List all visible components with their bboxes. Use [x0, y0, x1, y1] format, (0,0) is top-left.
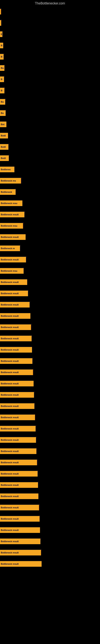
bar-label: Bottleneck result: [1, 258, 19, 261]
bar-item: Bottleneck result: [0, 448, 36, 454]
bar-label: Bottleneck result: [1, 326, 19, 328]
bar-label: Bot: [1, 123, 4, 126]
bar-item: Bottleneck result: [0, 516, 40, 522]
bar-row: Bottleneck result: [0, 322, 100, 333]
bar-label: Bottleneck result: [1, 552, 19, 554]
bar-row: Bottleneck resu: [0, 198, 100, 209]
bar-label: B: [1, 78, 2, 80]
bar-row: Bottleneck result: [0, 524, 100, 536]
bar-row: Bottleneck result: [0, 276, 100, 288]
bar-row: [0, 17, 100, 28]
bar-label: Bottleneck resu: [1, 270, 17, 272]
bar-row: Bottl: [0, 152, 100, 164]
bar-label: Bo: [1, 112, 4, 114]
bar-item: [0, 20, 1, 26]
bar-item: Bottleneck result: [0, 336, 32, 341]
bar-label: Bottleneck result: [1, 461, 19, 464]
bar-label: Bottleneck result: [1, 236, 19, 238]
bar-row: [0, 6, 100, 17]
bar-item: Bottleneck result: [0, 403, 34, 409]
bar-item: Bottleneck resu: [0, 223, 23, 228]
bar-label: Bottl: [1, 146, 6, 148]
bar-item: Bottleneck result: [0, 414, 35, 420]
bar-row: Bottleneck result: [0, 536, 100, 547]
bar-label: Bottleneck: [1, 191, 12, 193]
bar-row: Bottleneck result: [0, 457, 100, 468]
bar-label: Bottleneck result: [1, 506, 19, 509]
bar-item: Bo: [0, 110, 6, 116]
bar-row: Bottleneck result: [0, 513, 100, 524]
bar-row: Bottleneck result: [0, 356, 100, 367]
bar-item: Bottleneck result: [0, 347, 32, 352]
bar-row: Bottleneck result: [0, 299, 100, 310]
bar-row: Bottleneck result: [0, 378, 100, 389]
bar-row: Bottleneck: [0, 186, 100, 198]
bar-row: Bottleneck result: [0, 400, 100, 412]
bar-label: Bottleneck result: [1, 292, 19, 295]
bar-label: Bottleneck resu: [1, 202, 17, 204]
bar-item: Bottleneck result: [0, 257, 26, 262]
bar-row: Bottleneck result: [0, 254, 100, 265]
bar-label: Bottleneck resu: [1, 224, 17, 227]
bar-row: Bottleneck result: [0, 412, 100, 423]
bar-row: Bottleneck re: [0, 243, 100, 254]
bar-item: B: [0, 88, 4, 94]
bar-label: Bottleneck result: [1, 304, 19, 306]
bar-row: Bottleneck resu: [0, 265, 100, 276]
bar-item: Bottleneck result: [0, 324, 31, 330]
bar-row: E: [0, 28, 100, 40]
bar-item: Bottleneck result: [0, 212, 24, 217]
bar-row: Bottleneck result: [0, 547, 100, 558]
bar-label: Bo: [1, 100, 4, 103]
bar-row: B: [0, 85, 100, 96]
bar-item: Bottleneck result: [0, 370, 33, 375]
bar-row: Bottleneck result: [0, 480, 100, 491]
bar-item: Bottleneck: [0, 189, 16, 195]
bar-row: Bottleneck result: [0, 232, 100, 243]
bar-item: B: [0, 54, 3, 60]
bar-item: Bottleneck result: [0, 561, 42, 567]
bar-item: Bottleneck result: [0, 538, 40, 544]
bar-row: Bottleneck resu: [0, 220, 100, 232]
bar-row: Bottleneck result: [0, 333, 100, 344]
bar-label: Bottleneck result: [1, 371, 19, 374]
bar-row: Bottleneck result: [0, 446, 100, 457]
bar-label: Bottleneck res: [1, 180, 16, 182]
bar-row: Bottleneck result: [0, 502, 100, 513]
bar-item: Bottleneck result: [0, 234, 26, 240]
bar-label: Bottleneck result: [1, 360, 19, 362]
bar-item: Bottleneck result: [0, 302, 30, 308]
bar-label: Bottleneck result: [1, 563, 19, 565]
bar-item: Bottleneck result: [0, 381, 34, 386]
bar-row: Bo: [0, 62, 100, 74]
bar-item: Bo: [0, 99, 5, 105]
bar-label: Bottleneck result: [1, 450, 19, 452]
bar-label: Bottleneck result: [1, 416, 19, 418]
bar-item: Bottleneck re: [0, 246, 20, 251]
bar-item: Bottleneck result: [0, 482, 38, 488]
bar-row: Bo: [0, 108, 100, 119]
bar-item: Bottleneck resu: [0, 268, 24, 274]
bar-label: Bottleneck result: [1, 495, 19, 498]
bar-item: Bottleneck result: [0, 313, 30, 319]
bar-row: Bottleneck result: [0, 434, 100, 446]
bar-item: Bottl: [0, 133, 8, 138]
bar-item: Bottleneck result: [0, 279, 27, 285]
bar-item: Bottleneck result: [0, 358, 32, 364]
bar-label: Bottleneck result: [1, 472, 19, 475]
bar-item: Bottl: [0, 155, 9, 161]
bar-item: Bottleneck result: [0, 494, 38, 499]
bar-label: Bottleneck re: [1, 247, 15, 250]
bar-row: Bottleneck result: [0, 468, 100, 480]
bar-item: Bot: [0, 122, 6, 127]
bar-item: Bottleneck result: [0, 426, 36, 432]
bar-item: Bottl: [0, 144, 8, 150]
bar-label: Bottleneck result: [1, 439, 19, 441]
site-title: TheBottlenecker.com: [0, 0, 100, 6]
bar-item: Bottleneck result: [0, 505, 39, 510]
bar-label: Bottleneck result: [1, 518, 19, 520]
bar-item: Bottleneck result: [0, 550, 41, 556]
bar-label: Bottlenec: [1, 168, 11, 171]
bar-label: Bottleneck result: [1, 484, 19, 486]
bar-row: B: [0, 74, 100, 85]
